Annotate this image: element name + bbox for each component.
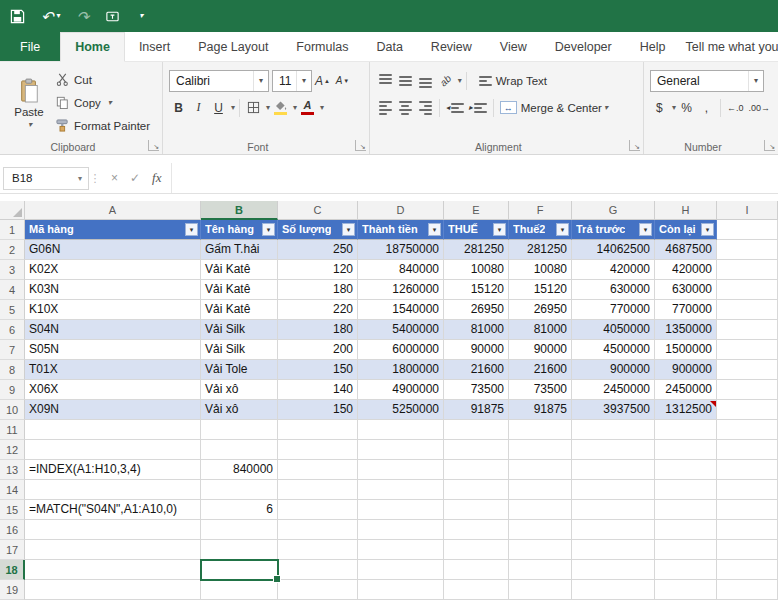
- cell-H16[interactable]: [655, 520, 717, 540]
- formula-input[interactable]: [171, 163, 778, 193]
- cell-E17[interactable]: [444, 540, 509, 560]
- cell-A2[interactable]: G06N: [25, 240, 201, 260]
- cell-A9[interactable]: X06X: [25, 380, 201, 400]
- cell-E4[interactable]: 15120: [444, 280, 509, 300]
- align-center-button[interactable]: [396, 97, 415, 119]
- filter-button-H1[interactable]: ▾: [701, 223, 714, 236]
- cell-B10[interactable]: Vải xô: [201, 400, 278, 420]
- cell-G15[interactable]: [572, 500, 655, 520]
- decrease-decimal-button[interactable]: .00→: [746, 97, 772, 119]
- cell-F1[interactable]: Thuế2▾: [509, 220, 572, 240]
- merge-center-dropdown[interactable]: ▾: [604, 103, 608, 112]
- cell-I11[interactable]: [717, 420, 778, 440]
- cell-E5[interactable]: 26950: [444, 300, 509, 320]
- row-header-7[interactable]: 7: [0, 340, 25, 360]
- cell-I6[interactable]: [717, 320, 778, 340]
- increase-font-size-button[interactable]: A▲: [313, 70, 332, 92]
- cell-D10[interactable]: 5250000: [358, 400, 444, 420]
- tab-review[interactable]: Review: [417, 32, 486, 61]
- cell-G2[interactable]: 14062500: [572, 240, 655, 260]
- number-format-dropdown[interactable]: ▾: [748, 71, 763, 91]
- cell-A6[interactable]: S04N: [25, 320, 201, 340]
- cell-B6[interactable]: Vải Silk: [201, 320, 278, 340]
- orientation-dropdown[interactable]: ▾: [458, 76, 462, 85]
- cell-H13[interactable]: [655, 460, 717, 480]
- cell-B16[interactable]: [201, 520, 278, 540]
- cell-B11[interactable]: [201, 420, 278, 440]
- cell-A13[interactable]: =INDEX(A1:H10,3,4): [25, 460, 201, 480]
- cell-E7[interactable]: 90000: [444, 340, 509, 360]
- cell-D6[interactable]: 5400000: [358, 320, 444, 340]
- tab-help[interactable]: Help: [626, 32, 680, 61]
- font-size-dropdown[interactable]: ▾: [296, 71, 311, 91]
- font-color-dropdown[interactable]: ▾: [320, 103, 324, 112]
- paste-button[interactable]: Paste ▾: [6, 67, 52, 138]
- tab-file[interactable]: File: [0, 32, 60, 61]
- row-header-12[interactable]: 12: [0, 440, 25, 460]
- paste-dropdown[interactable]: ▾: [28, 120, 32, 129]
- cell-F18[interactable]: [509, 560, 572, 580]
- undo-button[interactable]: ↶▾: [41, 9, 61, 24]
- cell-I16[interactable]: [717, 520, 778, 540]
- bottom-align-button[interactable]: [416, 70, 435, 92]
- cell-C13[interactable]: [278, 460, 358, 480]
- column-header-H[interactable]: H: [655, 201, 717, 220]
- cell-B5[interactable]: Vải Katê: [201, 300, 278, 320]
- cell-A7[interactable]: S05N: [25, 340, 201, 360]
- cell-H5[interactable]: 770000: [655, 300, 717, 320]
- cell-C17[interactable]: [278, 540, 358, 560]
- tab-formulas[interactable]: Formulas: [282, 32, 362, 61]
- cell-H12[interactable]: [655, 440, 717, 460]
- cell-H11[interactable]: [655, 420, 717, 440]
- cell-H18[interactable]: [655, 560, 717, 580]
- cell-I2[interactable]: [717, 240, 778, 260]
- cell-C14[interactable]: [278, 480, 358, 500]
- cell-C8[interactable]: 150: [278, 360, 358, 380]
- cell-E1[interactable]: THUẾ▾: [444, 220, 509, 240]
- cell-A3[interactable]: K02X: [25, 260, 201, 280]
- cell-F2[interactable]: 281250: [509, 240, 572, 260]
- copy-button[interactable]: Copy ▾: [52, 91, 154, 114]
- fill-color-dropdown[interactable]: ▾: [293, 103, 297, 112]
- font-color-button[interactable]: A: [298, 97, 317, 119]
- cell-A19[interactable]: [25, 580, 201, 600]
- cell-H6[interactable]: 1350000: [655, 320, 717, 340]
- select-all-button[interactable]: [0, 201, 25, 220]
- tab-page-layout[interactable]: Page Layout: [184, 32, 282, 61]
- filter-button-A1[interactable]: ▾: [185, 223, 198, 236]
- cell-C2[interactable]: 250: [278, 240, 358, 260]
- cell-G1[interactable]: Trả trước▾: [572, 220, 655, 240]
- percent-style-button[interactable]: %: [677, 97, 696, 119]
- cell-A11[interactable]: [25, 420, 201, 440]
- cell-B3[interactable]: Vải Katê: [201, 260, 278, 280]
- cell-F11[interactable]: [509, 420, 572, 440]
- cell-C4[interactable]: 180: [278, 280, 358, 300]
- cell-D18[interactable]: [358, 560, 444, 580]
- cell-B19[interactable]: [201, 580, 278, 600]
- cell-A17[interactable]: [25, 540, 201, 560]
- column-header-A[interactable]: A: [25, 201, 201, 220]
- font-dialog-launcher[interactable]: ↘: [355, 140, 366, 151]
- cell-E9[interactable]: 73500: [444, 380, 509, 400]
- cell-C5[interactable]: 220: [278, 300, 358, 320]
- cell-I5[interactable]: [717, 300, 778, 320]
- touch-mode-button[interactable]: [105, 9, 120, 24]
- cell-D8[interactable]: 1800000: [358, 360, 444, 380]
- cell-F9[interactable]: 73500: [509, 380, 572, 400]
- cell-I9[interactable]: [717, 380, 778, 400]
- cell-G13[interactable]: [572, 460, 655, 480]
- row-header-19[interactable]: 19: [0, 580, 25, 600]
- middle-align-button[interactable]: [396, 70, 415, 92]
- tell-me-box[interactable]: Tell me what you: [679, 32, 778, 61]
- filter-button-G1[interactable]: ▾: [639, 223, 652, 236]
- cell-E6[interactable]: 81000: [444, 320, 509, 340]
- cell-I12[interactable]: [717, 440, 778, 460]
- row-header-6[interactable]: 6: [0, 320, 25, 340]
- cell-G10[interactable]: 3937500: [572, 400, 655, 420]
- cell-G4[interactable]: 630000: [572, 280, 655, 300]
- decrease-indent-button[interactable]: ◂: [444, 97, 466, 119]
- cell-H1[interactable]: Còn lại▾: [655, 220, 717, 240]
- row-header-17[interactable]: 17: [0, 540, 25, 560]
- cell-I4[interactable]: [717, 280, 778, 300]
- cell-H4[interactable]: 630000: [655, 280, 717, 300]
